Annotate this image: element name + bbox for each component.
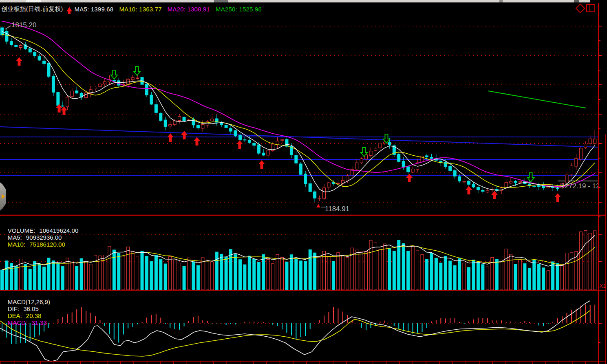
macd-readout: MACD: 31.33 xyxy=(8,319,49,326)
buy-signal-arrow xyxy=(258,160,265,169)
high-leader-line xyxy=(5,26,11,29)
buy-signal-arrow xyxy=(167,133,174,142)
dif-readout: DIF: 36.05 xyxy=(8,305,41,312)
buy-signal-arrow xyxy=(466,186,472,194)
volume-ma5-label: MA5: xyxy=(8,234,22,241)
volume-ma5-value: 90932936.00 xyxy=(26,234,62,241)
macd-value-label: MACD: xyxy=(8,319,27,326)
macd-title: MACD(12,26,9) xyxy=(8,298,50,305)
sell-signal-arrow xyxy=(383,134,390,143)
expand-arrow-icon xyxy=(2,194,5,199)
volume-bars-layer xyxy=(1,230,596,290)
trendline-price-annotation: 1272.19 - 12 xyxy=(561,182,598,190)
buy-signal-arrow xyxy=(554,193,561,202)
signal-arrows-layer xyxy=(16,57,561,202)
sell-signal-arrow xyxy=(134,66,140,75)
chart-window: 创业板指(日线.前复权) MA5: 1399.68 MA10: 1363.77 … xyxy=(0,0,607,364)
volume-ma10-label: MA10: xyxy=(8,241,25,248)
dea-label: DEA: xyxy=(8,312,22,319)
volume-ma10-readout: MA10: 75186120.00 xyxy=(8,241,68,248)
low-price-annotation: 1184.91 xyxy=(325,205,349,213)
dif-line xyxy=(0,301,590,362)
volume-ma10-value: 75186120.00 xyxy=(29,241,65,248)
x1-scale-label: X1 xyxy=(599,282,606,289)
sell-signal-arrow xyxy=(111,70,117,79)
macd-hist-layer xyxy=(2,304,595,344)
buy-signal-arrow xyxy=(194,137,200,146)
volume-readout: VOLUME: 106419624.00 xyxy=(8,227,81,234)
high-price-annotation: 1815.20 xyxy=(11,21,36,29)
dif-label: DIF: xyxy=(8,305,19,312)
dea-value: 20.38 xyxy=(26,312,42,319)
buy-signal-arrow xyxy=(16,57,22,66)
ma20-line xyxy=(2,21,595,187)
macd-pane-header: MACD(12,26,9) DIF: 36.05 DEA: 20.38 MACD… xyxy=(1,291,53,333)
buy-signal-arrow xyxy=(236,140,243,149)
volume-ma5-readout: MA5: 90932936.00 xyxy=(8,234,64,241)
chart-canvas[interactable] xyxy=(0,0,607,364)
low-marker-triangle xyxy=(316,204,320,207)
dea-readout: DEA: 20.38 xyxy=(8,312,44,319)
macd-value: 31.33 xyxy=(31,319,47,326)
buy-signal-arrow xyxy=(181,131,188,139)
sell-signal-arrow xyxy=(528,173,534,182)
volume-label: VOLUME: xyxy=(8,227,35,234)
ma10-line xyxy=(2,35,595,188)
volume-value: 106419624.00 xyxy=(39,227,78,234)
dif-value: 36.05 xyxy=(23,305,39,312)
ma250-line xyxy=(488,91,586,108)
volume-pane-header: VOLUME: 106419624.00 MA5: 90932936.00 MA… xyxy=(1,220,83,255)
